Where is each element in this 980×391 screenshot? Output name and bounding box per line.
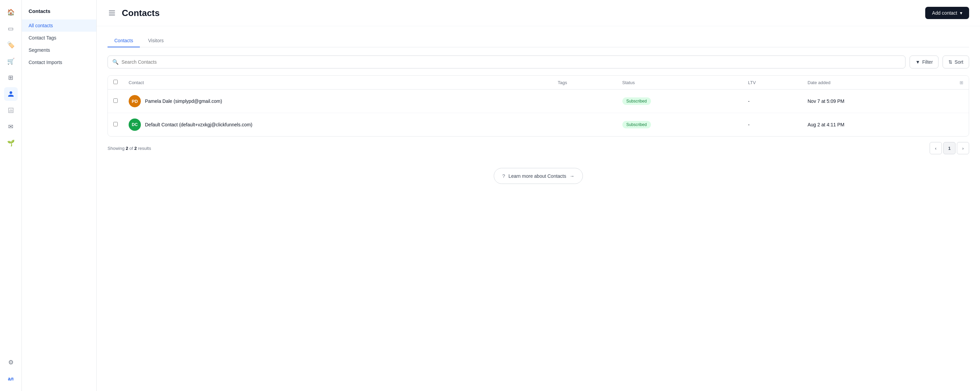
add-contact-chevron: ▾ (960, 10, 962, 16)
sidebar-title: Contacts (22, 5, 96, 19)
chart-icon[interactable] (4, 104, 18, 117)
filter-button[interactable]: ▼ Filter (910, 56, 939, 69)
row-2-actions (954, 113, 969, 137)
contacts-nav-icon[interactable] (4, 87, 18, 101)
pagination: ‹ 1 › (930, 142, 969, 154)
contacts-table-container: Contact Tags Status LTV Date added ⊞ (108, 75, 969, 137)
funnel-icon[interactable]: ⊞ (4, 71, 18, 85)
main-content: Contacts Add contact ▾ Contacts Visitors… (97, 0, 980, 391)
learn-more-button[interactable]: ? Learn more about Contacts → (494, 168, 583, 184)
row-1-actions (954, 89, 969, 113)
row-1-contact-cell[interactable]: PD Pamela Dale (simplypd@gmail.com) (123, 89, 552, 113)
inbox-icon[interactable]: ▭ (4, 22, 18, 35)
tab-contacts[interactable]: Contacts (108, 34, 140, 47)
row-1-checkbox[interactable] (113, 99, 118, 103)
home-icon[interactable]: 🏠 (4, 5, 18, 19)
page-header: Contacts Add contact ▾ (97, 0, 980, 26)
search-wrapper: 🔍 (108, 56, 905, 69)
column-header-date: Date added (802, 76, 954, 89)
select-all-header (108, 76, 123, 89)
add-contact-label: Add contact (932, 10, 957, 16)
next-page-button[interactable]: › (957, 142, 969, 154)
row-1-ltv: - (743, 89, 802, 113)
row-2-status-badge: Subscribed (622, 121, 651, 128)
question-icon: ? (502, 173, 505, 179)
row-1-checkbox-cell (108, 89, 123, 113)
tab-bar: Contacts Visitors (108, 34, 969, 47)
sidebar-item-contact-imports[interactable]: Contact Imports (22, 56, 96, 69)
column-header-contact: Contact (123, 76, 552, 89)
sidebar-item-contact-tags[interactable]: Contact Tags (22, 32, 96, 44)
header-left: Contacts (108, 8, 159, 18)
results-text: Showing 2 of 2 results (108, 146, 151, 151)
column-header-tags: Tags (552, 76, 617, 89)
row-1-contact-name: Pamela Dale (simplypd@gmail.com) (145, 99, 222, 104)
row-2-contact-cell[interactable]: DC Default Contact (default+vzxkgj@click… (123, 113, 552, 137)
row-1-tags (552, 89, 617, 113)
row-2-status: Subscribed (617, 113, 743, 137)
row-2-checkbox[interactable] (113, 122, 118, 126)
table-row: PD Pamela Dale (simplypd@gmail.com) Subs… (108, 89, 969, 113)
column-header-ltv: LTV (743, 76, 802, 89)
table-row: DC Default Contact (default+vzxkgj@click… (108, 113, 969, 137)
growth-icon[interactable]: 🌱 (4, 136, 18, 150)
icon-rail: 🏠 ▭ 🏷️ 🛒 ⊞ ✉ 🌱 ⚙ ал (0, 0, 22, 391)
sidebar-item-all-contacts[interactable]: All contacts (22, 19, 96, 32)
row-2-tags (552, 113, 617, 137)
row-1-avatar: PD (129, 95, 141, 107)
row-1-status: Subscribed (617, 89, 743, 113)
table-footer: Showing 2 of 2 results ‹ 1 › (108, 137, 969, 160)
tag-icon[interactable]: 🏷️ (4, 38, 18, 52)
learn-more-wrapper: ? Learn more about Contacts → (108, 160, 969, 192)
row-1-status-badge: Subscribed (622, 97, 651, 105)
row-2-ltv: - (743, 113, 802, 137)
sidebar-item-segments[interactable]: Segments (22, 44, 96, 56)
mail-icon[interactable]: ✉ (4, 120, 18, 134)
settings-icon[interactable]: ⚙ (4, 356, 18, 369)
column-header-status: Status (617, 76, 743, 89)
page-1-button[interactable]: 1 (943, 142, 956, 154)
sidebar: Contacts All contacts Contact Tags Segme… (22, 0, 97, 391)
cart-icon[interactable]: 🛒 (4, 54, 18, 68)
add-contact-button[interactable]: Add contact ▾ (925, 7, 969, 19)
search-row: 🔍 ▼ Filter ⇅ Sort (108, 56, 969, 69)
search-input[interactable] (108, 56, 905, 69)
prev-page-button[interactable]: ‹ (930, 142, 942, 154)
contacts-table: Contact Tags Status LTV Date added ⊞ (108, 76, 969, 136)
row-1-date: Nov 7 at 5:09 PM (802, 89, 954, 113)
row-2-avatar: DC (129, 118, 141, 131)
sort-icon: ⇅ (948, 59, 953, 65)
columns-toggle[interactable]: ⊞ (954, 76, 969, 89)
row-2-date: Aug 2 at 4:11 PM (802, 113, 954, 137)
select-all-checkbox[interactable] (113, 80, 118, 84)
learn-more-arrow: → (570, 173, 574, 179)
row-2-checkbox-cell (108, 113, 123, 137)
learn-more-label: Learn more about Contacts (508, 173, 566, 179)
ai-icon[interactable]: ал (4, 372, 18, 386)
hamburger-menu[interactable] (108, 9, 116, 17)
filter-label: Filter (922, 59, 933, 65)
content-area: Contacts Visitors 🔍 ▼ Filter ⇅ Sort (97, 26, 980, 391)
page-title: Contacts (122, 8, 159, 18)
tab-visitors[interactable]: Visitors (141, 34, 170, 47)
sort-label: Sort (955, 59, 963, 65)
sort-button[interactable]: ⇅ Sort (943, 56, 969, 69)
filter-icon: ▼ (915, 59, 920, 65)
row-2-contact-name: Default Contact (default+vzxkgj@clickfun… (145, 122, 253, 128)
search-icon: 🔍 (112, 59, 119, 65)
